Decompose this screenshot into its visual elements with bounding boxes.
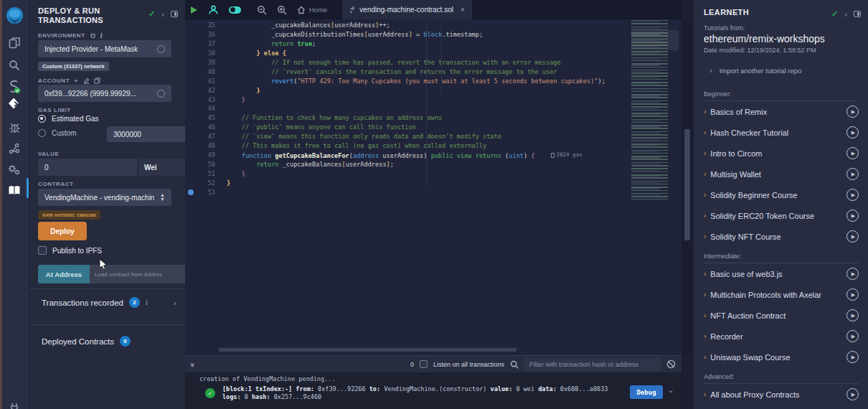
at-address-button[interactable]: At Address [38, 265, 90, 283]
zoom-out-icon[interactable] [252, 0, 272, 19]
tutorial-item[interactable]: ›Solidity NFT Course▶ [694, 226, 868, 247]
tutorial-item[interactable]: ›NFT Auction Contract▶ [694, 305, 868, 326]
tutorial-expand-icon[interactable]: › [704, 170, 706, 178]
tutorial-expand-icon[interactable]: › [704, 332, 706, 340]
gutter[interactable] [185, 104, 195, 113]
code-line[interactable]: 51} [185, 169, 681, 179]
clear-console-icon[interactable] [666, 359, 676, 369]
tutorial-item[interactable]: ›Hash Checker Tutorial▶ [694, 122, 868, 143]
code-line[interactable]: 44 [185, 104, 681, 113]
account-select[interactable]: 0xf39...92266 (9999.99929... [38, 85, 171, 102]
code-line[interactable]: 35_cupcakeBalances[userAddress]++; [185, 21, 681, 30]
edit-account-icon[interactable] [83, 77, 90, 84]
gutter[interactable] [185, 169, 195, 179]
tutorial-expand-icon[interactable]: › [704, 108, 706, 116]
gutter[interactable] [185, 30, 195, 39]
tutorial-item[interactable]: ›Multisig Wallet▶ [694, 164, 868, 184]
tab-vending-machine-contract[interactable]: vending-machine-contract.sol × [342, 0, 471, 19]
tutorial-play-button[interactable]: ▶ [846, 126, 859, 138]
tutorial-item[interactable]: ›Uniswap Swap Course▶ [694, 347, 868, 367]
tutorial-expand-icon[interactable]: › [704, 128, 706, 136]
import-repo-row[interactable]: › Import another tutorial repo [709, 66, 801, 75]
tutorial-expand-icon[interactable]: › [704, 311, 706, 319]
code-line[interactable]: 53 [185, 188, 681, 197]
gutter[interactable] [185, 151, 195, 160]
deployed-contracts-row[interactable]: Deployed Contracts 0 [42, 336, 131, 347]
code-line[interactable]: 43} [185, 95, 681, 105]
tutorial-expand-icon[interactable]: › [704, 270, 706, 278]
code-lines[interactable]: 35_cupcakeBalances[userAddress]++;36_cup… [185, 21, 681, 197]
tx-entry[interactable]: [block:1 txIndex:-] from: 0xf39...92266 … [222, 385, 624, 401]
code-line[interactable]: 48// This makes it free to call (no gas … [185, 141, 681, 151]
breakpoint-dot[interactable] [185, 188, 195, 197]
filter-input[interactable] [524, 358, 661, 371]
tutorial-play-button[interactable]: ▶ [846, 105, 859, 118]
gutter[interactable] [185, 86, 195, 95]
ai-assistant-icon[interactable] [203, 0, 224, 19]
gutter[interactable] [185, 123, 195, 132]
code-line[interactable]: 36_cupcakeDistributionTimes[userAddress]… [185, 30, 681, 39]
radio-estimated-gas[interactable] [38, 115, 46, 123]
search-icon[interactable] [0, 55, 29, 76]
tx-expand-icon[interactable]: › [666, 389, 676, 394]
tutorial-play-button[interactable]: ▶ [846, 309, 859, 321]
code-line[interactable]: 45// Function to check how many cupcakes… [185, 113, 681, 123]
import-expand-icon[interactable]: › [709, 66, 712, 75]
home-tab[interactable]: Home [292, 0, 332, 19]
info-icon[interactable]: i [100, 32, 103, 39]
publish-ipfs-option[interactable]: Publish to IPFS [38, 246, 102, 255]
tutorial-play-button[interactable]: ▶ [846, 210, 859, 222]
panel-scrollbar[interactable] [681, 19, 693, 353]
publish-ipfs-checkbox[interactable] [38, 246, 47, 255]
code-line[interactable]: 50return _cupcakeBalances[userAddress]; [185, 160, 681, 169]
code-line[interactable]: 40// 'revert' cancels the transaction an… [185, 67, 681, 77]
tutorial-play-button[interactable]: ▶ [846, 351, 859, 363]
code-line[interactable]: 47// 'view' means this function only rea… [185, 132, 681, 141]
tutorial-item[interactable]: ›Deploy with Libraries▶ [694, 405, 868, 409]
code-line[interactable]: 41revert("HTTP 429: Too Many Cupcakes (y… [185, 77, 681, 86]
code-line[interactable]: 49function getCupcakeBalanceFor(address … [185, 151, 681, 160]
tutorial-play-button[interactable]: ▶ [846, 168, 859, 180]
gutter[interactable] [185, 95, 195, 105]
environment-options-icon[interactable] [157, 45, 165, 53]
copy-account-icon[interactable] [94, 77, 100, 84]
terminal-collapse-icon[interactable]: » [189, 362, 197, 366]
scrollbar-thumb[interactable] [684, 129, 690, 240]
code-editor[interactable]: 35_cupcakeBalances[userAddress]++;36_cup… [185, 19, 681, 347]
tutorial-expand-icon[interactable]: › [704, 212, 706, 220]
gas-estimated-option[interactable]: Estimated Gas [38, 115, 99, 123]
run-script-icon[interactable] [185, 0, 203, 19]
tutorial-expand-icon[interactable]: › [704, 353, 706, 361]
code-line[interactable]: 38} else { [185, 49, 681, 58]
tutorial-play-button[interactable]: ▶ [846, 189, 859, 201]
transactions-expand-icon[interactable]: › [174, 298, 176, 307]
gutter[interactable] [185, 67, 195, 77]
panel-pin-icon[interactable] [171, 11, 178, 17]
gutter[interactable] [185, 160, 195, 169]
tutorial-item[interactable]: ›Multichain Protocols with Axelar▶ [694, 284, 868, 305]
code-line[interactable]: 42} [185, 86, 681, 95]
deploy-button[interactable]: Deploy [38, 222, 87, 240]
add-account-icon[interactable]: + [74, 77, 78, 85]
minimap[interactable] [631, 20, 679, 199]
learneth-collapse-icon[interactable]: › [844, 10, 847, 19]
tutorial-play-button[interactable]: ▶ [846, 230, 859, 243]
custom-gas-input[interactable]: 3000000 [107, 126, 197, 142]
tutorial-item[interactable]: ›All about Proxy Contracts▶ [694, 384, 868, 405]
zoom-in-icon[interactable] [272, 0, 292, 19]
ai-toggle-icon[interactable] [224, 0, 246, 19]
tutorial-play-button[interactable]: ▶ [846, 288, 859, 301]
environment-select[interactable]: Injected Provider - MetaMask [38, 40, 171, 57]
code-line[interactable]: 52} [185, 179, 681, 188]
tutorial-play-button[interactable]: ▶ [846, 147, 859, 159]
gutter[interactable] [185, 77, 195, 86]
plugin-settings-icon[interactable] [0, 159, 29, 181]
code-line[interactable]: 46// 'public' means anyone can call this… [185, 123, 681, 132]
tutorial-item[interactable]: ›Solidity Beginner Course▶ [694, 184, 868, 205]
transactions-info-icon[interactable]: i [146, 298, 148, 306]
tutorial-item[interactable]: ›Basic use of web3.js▶ [694, 263, 868, 284]
tutorial-item[interactable]: ›Recorder▶ [694, 326, 868, 347]
tutorial-expand-icon[interactable]: › [704, 291, 706, 298]
close-tab-icon[interactable]: × [461, 6, 465, 14]
learneth-icon[interactable] [0, 179, 29, 201]
